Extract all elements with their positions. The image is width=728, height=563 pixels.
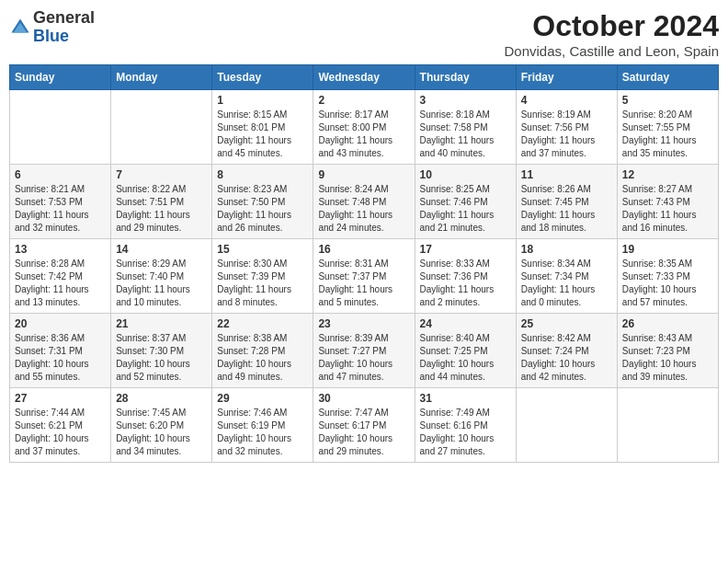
weekday-header-saturday: Saturday [617,65,718,90]
calendar-cell: 25 Sunrise: 8:42 AMSunset: 7:24 PMDaylig… [516,314,617,388]
day-info: Sunrise: 8:21 AMSunset: 7:53 PMDaylight:… [15,184,89,233]
day-info: Sunrise: 8:24 AMSunset: 7:48 PMDaylight:… [318,184,392,233]
calendar-cell: 10 Sunrise: 8:25 AMSunset: 7:46 PMDaylig… [415,165,516,239]
calendar-cell: 7 Sunrise: 8:22 AMSunset: 7:51 PMDayligh… [111,165,212,239]
weekday-header-sunday: Sunday [10,65,111,90]
day-number: 28 [116,392,207,405]
day-info: Sunrise: 7:47 AMSunset: 6:17 PMDaylight:… [318,408,392,456]
calendar-cell: 24 Sunrise: 8:40 AMSunset: 7:25 PMDaylig… [415,314,516,388]
calendar-cell: 2 Sunrise: 8:17 AMSunset: 8:00 PMDayligh… [313,90,415,165]
day-number: 19 [622,243,713,256]
calendar-cell [111,90,212,165]
calendar-cell: 8 Sunrise: 8:23 AMSunset: 7:50 PMDayligh… [212,165,313,239]
calendar-cell: 30 Sunrise: 7:47 AMSunset: 6:17 PMDaylig… [313,388,415,463]
day-number: 6 [15,168,106,181]
calendar-cell [617,388,718,463]
calendar-cell: 9 Sunrise: 8:24 AMSunset: 7:48 PMDayligh… [313,165,415,239]
calendar-cell [516,388,617,463]
calendar-cell: 23 Sunrise: 8:39 AMSunset: 7:27 PMDaylig… [313,314,415,388]
calendar-cell: 5 Sunrise: 8:20 AMSunset: 7:55 PMDayligh… [617,90,718,165]
day-number: 21 [116,317,207,330]
day-number: 7 [116,168,207,181]
day-number: 9 [318,168,409,181]
day-number: 2 [318,94,409,107]
calendar-cell: 3 Sunrise: 8:18 AMSunset: 7:58 PMDayligh… [415,90,516,165]
calendar-cell: 19 Sunrise: 8:35 AMSunset: 7:33 PMDaylig… [617,239,718,314]
day-number: 24 [420,317,511,330]
day-number: 15 [217,243,308,256]
weekday-header-tuesday: Tuesday [212,65,313,90]
day-number: 8 [217,168,308,181]
day-info: Sunrise: 8:30 AMSunset: 7:39 PMDaylight:… [217,259,291,307]
day-number: 14 [116,243,207,256]
day-number: 1 [217,94,308,107]
day-info: Sunrise: 8:17 AMSunset: 8:00 PMDaylight:… [318,109,392,158]
weekday-header-wednesday: Wednesday [313,65,415,90]
page-header: General Blue October 2024 Donvidas, Cast… [9,9,719,59]
day-info: Sunrise: 7:49 AMSunset: 6:16 PMDaylight:… [420,408,495,456]
calendar-week-5: 27 Sunrise: 7:44 AMSunset: 6:21 PMDaylig… [10,388,719,463]
day-number: 16 [318,243,409,256]
weekday-header-friday: Friday [516,65,617,90]
calendar-cell: 31 Sunrise: 7:49 AMSunset: 6:16 PMDaylig… [415,388,516,463]
day-info: Sunrise: 8:34 AMSunset: 7:34 PMDaylight:… [521,259,596,307]
day-number: 5 [622,94,713,107]
title-block: October 2024 Donvidas, Castille and Leon… [505,9,719,59]
calendar-cell [10,90,111,165]
month-title: October 2024 [505,9,719,43]
day-info: Sunrise: 8:31 AMSunset: 7:37 PMDaylight:… [318,259,392,307]
logo-text: General Blue [33,9,95,46]
weekday-header-row: SundayMondayTuesdayWednesdayThursdayFrid… [10,65,719,90]
day-info: Sunrise: 8:37 AMSunset: 7:30 PMDaylight:… [116,333,190,382]
day-info: Sunrise: 8:40 AMSunset: 7:25 PMDaylight:… [420,333,495,382]
calendar-cell: 26 Sunrise: 8:43 AMSunset: 7:23 PMDaylig… [617,314,718,388]
calendar-cell: 28 Sunrise: 7:45 AMSunset: 6:20 PMDaylig… [111,388,212,463]
day-info: Sunrise: 7:46 AMSunset: 6:19 PMDaylight:… [217,408,291,456]
calendar-cell: 21 Sunrise: 8:37 AMSunset: 7:30 PMDaylig… [111,314,212,388]
day-number: 18 [521,243,612,256]
weekday-header-monday: Monday [111,65,212,90]
calendar-week-4: 20 Sunrise: 8:36 AMSunset: 7:31 PMDaylig… [10,314,719,388]
day-number: 27 [15,392,106,405]
calendar-cell: 27 Sunrise: 7:44 AMSunset: 6:21 PMDaylig… [10,388,111,463]
day-info: Sunrise: 8:27 AMSunset: 7:43 PMDaylight:… [622,184,697,233]
calendar-cell: 16 Sunrise: 8:31 AMSunset: 7:37 PMDaylig… [313,239,415,314]
day-number: 17 [420,243,511,256]
calendar-cell: 6 Sunrise: 8:21 AMSunset: 7:53 PMDayligh… [10,165,111,239]
day-number: 31 [420,392,511,405]
day-number: 23 [318,317,409,330]
day-info: Sunrise: 8:22 AMSunset: 7:51 PMDaylight:… [116,184,190,233]
calendar-cell: 18 Sunrise: 8:34 AMSunset: 7:34 PMDaylig… [516,239,617,314]
day-info: Sunrise: 8:18 AMSunset: 7:58 PMDaylight:… [420,109,495,158]
day-number: 25 [521,317,612,330]
day-info: Sunrise: 8:20 AMSunset: 7:55 PMDaylight:… [622,109,697,158]
calendar-cell: 15 Sunrise: 8:30 AMSunset: 7:39 PMDaylig… [212,239,313,314]
logo-blue: Blue [33,27,69,45]
calendar-cell: 20 Sunrise: 8:36 AMSunset: 7:31 PMDaylig… [10,314,111,388]
day-number: 29 [217,392,308,405]
calendar-cell: 22 Sunrise: 8:38 AMSunset: 7:28 PMDaylig… [212,314,313,388]
day-info: Sunrise: 8:43 AMSunset: 7:23 PMDaylight:… [622,333,697,382]
day-number: 13 [15,243,106,256]
day-number: 26 [622,317,713,330]
calendar-cell: 13 Sunrise: 8:28 AMSunset: 7:42 PMDaylig… [10,239,111,314]
weekday-header-thursday: Thursday [415,65,516,90]
day-info: Sunrise: 8:15 AMSunset: 8:01 PMDaylight:… [217,109,291,158]
day-number: 20 [15,317,106,330]
day-info: Sunrise: 8:26 AMSunset: 7:45 PMDaylight:… [521,184,596,233]
calendar-cell: 12 Sunrise: 8:27 AMSunset: 7:43 PMDaylig… [617,165,718,239]
day-info: Sunrise: 8:19 AMSunset: 7:56 PMDaylight:… [521,109,596,158]
day-number: 11 [521,168,612,181]
day-info: Sunrise: 8:38 AMSunset: 7:28 PMDaylight:… [217,333,291,382]
logo-icon [9,17,31,39]
day-number: 12 [622,168,713,181]
day-info: Sunrise: 7:45 AMSunset: 6:20 PMDaylight:… [116,408,190,456]
day-info: Sunrise: 8:29 AMSunset: 7:40 PMDaylight:… [116,259,190,307]
day-number: 10 [420,168,511,181]
logo: General Blue [9,9,95,46]
calendar-cell: 11 Sunrise: 8:26 AMSunset: 7:45 PMDaylig… [516,165,617,239]
day-info: Sunrise: 8:33 AMSunset: 7:36 PMDaylight:… [420,259,495,307]
day-info: Sunrise: 8:25 AMSunset: 7:46 PMDaylight:… [420,184,495,233]
day-number: 30 [318,392,409,405]
day-info: Sunrise: 8:23 AMSunset: 7:50 PMDaylight:… [217,184,291,233]
